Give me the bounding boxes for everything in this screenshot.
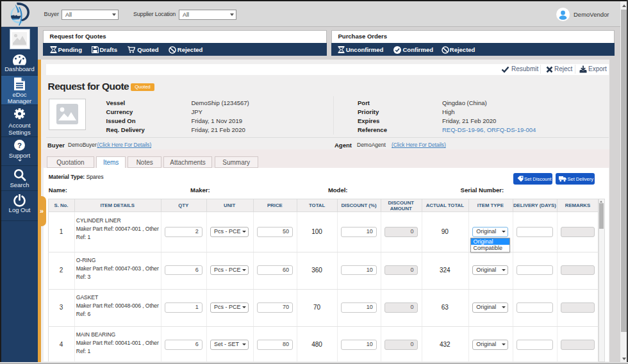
svg-text:?: ? [17,142,22,149]
